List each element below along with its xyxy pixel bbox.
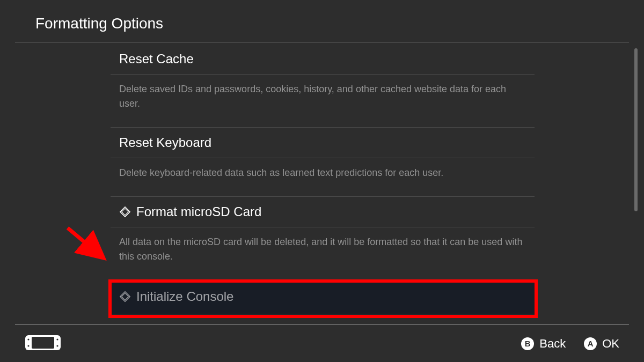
footer-bar: B Back A OK: [0, 325, 644, 362]
option-description: All data on the microSD card will be del…: [111, 227, 535, 280]
option-title: Reset Cache: [119, 51, 194, 67]
ok-hint[interactable]: A OK: [584, 337, 619, 351]
svg-point-6: [56, 345, 58, 346]
option-reset-cache[interactable]: Reset Cache Delete saved IDs and passwor…: [111, 44, 535, 128]
page-title: Formatting Options: [35, 15, 644, 32]
scrollbar-thumb[interactable]: [634, 48, 638, 211]
option-format-microsd[interactable]: Format microSD Card All data on the micr…: [111, 197, 535, 280]
option-description: Delete all data in the system memory.: [111, 314, 535, 324]
back-hint[interactable]: B Back: [521, 337, 566, 351]
option-description: Delete keyboard-related data such as lea…: [111, 158, 535, 197]
option-title: Reset Keyboard: [119, 135, 211, 150]
option-reset-keyboard[interactable]: Reset Keyboard Delete keyboard-related d…: [111, 128, 535, 197]
console-handheld-icon: [25, 335, 61, 353]
options-scroll-area: Reset Cache Delete saved IDs and passwor…: [0, 44, 644, 324]
page-header: Formatting Options: [0, 0, 644, 42]
b-button-icon: B: [521, 337, 534, 350]
svg-point-4: [27, 345, 29, 346]
header-divider: [15, 42, 629, 42]
svg-rect-2: [32, 337, 54, 349]
options-list: Reset Cache Delete saved IDs and passwor…: [111, 44, 535, 324]
back-label: Back: [539, 337, 566, 351]
svg-point-5: [56, 338, 58, 340]
a-button-icon: A: [584, 337, 597, 350]
diamond-warning-icon: [119, 291, 131, 302]
option-title: Format microSD Card: [136, 204, 261, 219]
diamond-warning-icon: [119, 206, 131, 218]
option-initialize-console[interactable]: Initialize Console Delete all data in th…: [111, 280, 535, 324]
scrollbar[interactable]: [634, 48, 638, 320]
ok-label: OK: [602, 337, 619, 351]
option-title: Initialize Console: [136, 289, 233, 304]
svg-point-3: [27, 338, 29, 340]
option-description: Delete saved IDs and passwords, cookies,…: [111, 75, 535, 128]
